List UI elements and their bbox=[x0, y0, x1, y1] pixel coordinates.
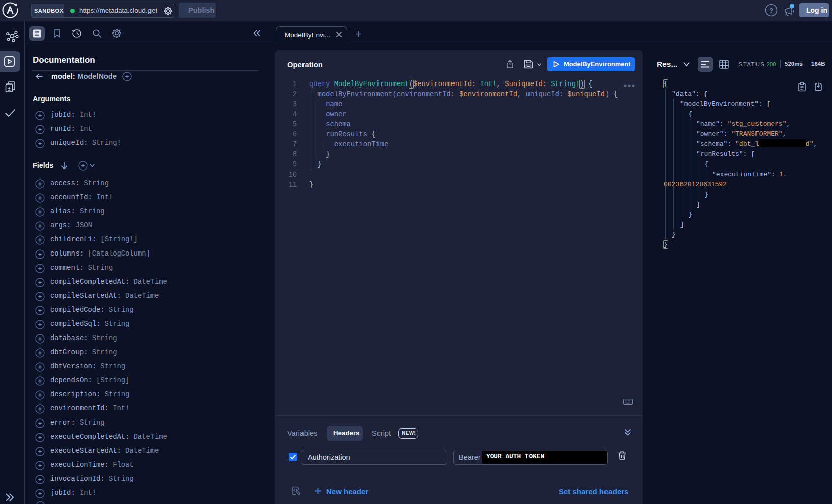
svg-text:?: ? bbox=[769, 7, 773, 14]
